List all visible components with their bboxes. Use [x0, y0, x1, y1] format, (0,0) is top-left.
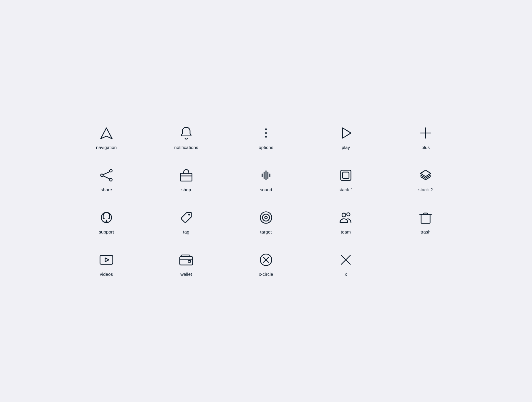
share-icon	[99, 168, 114, 183]
icon-item-plus: plus	[395, 125, 457, 150]
plus-label: plus	[421, 145, 430, 150]
plus-icon	[418, 125, 433, 141]
team-icon	[338, 210, 353, 225]
svg-marker-0	[101, 128, 112, 139]
icon-grid: navigation notifications options play	[58, 108, 474, 294]
videos-icon	[99, 252, 114, 268]
icon-item-tag: tag	[155, 210, 217, 234]
icon-item-wallet: wallet	[155, 252, 217, 277]
icon-item-play: play	[315, 125, 377, 150]
icon-item-videos: videos	[75, 252, 137, 277]
wallet-icon	[179, 252, 194, 268]
icon-item-share: share	[75, 168, 137, 192]
svg-point-27	[265, 216, 267, 219]
svg-line-11	[103, 176, 110, 179]
svg-point-28	[342, 213, 346, 217]
x-label: x	[345, 272, 347, 277]
notifications-label: notifications	[174, 145, 198, 150]
stack-2-icon	[418, 168, 433, 183]
shop-icon	[179, 168, 194, 183]
svg-marker-33	[105, 258, 109, 262]
tag-icon	[179, 210, 194, 225]
svg-rect-20	[343, 172, 349, 179]
svg-rect-35	[188, 260, 191, 262]
icon-item-notifications: notifications	[155, 125, 217, 150]
icon-item-shop: shop	[155, 168, 217, 192]
videos-label: videos	[100, 272, 113, 277]
icon-item-trash: trash	[395, 210, 457, 234]
icon-item-stack-1: stack-1	[315, 168, 377, 192]
icon-item-x-circle: x-circle	[235, 252, 297, 277]
target-icon	[258, 210, 274, 225]
svg-rect-12	[181, 174, 192, 181]
options-icon	[258, 125, 274, 141]
shop-label: shop	[181, 187, 191, 192]
icon-item-stack-2: stack-2	[395, 168, 457, 192]
stack-2-label: stack-2	[418, 187, 433, 192]
navigation-label: navigation	[96, 145, 117, 150]
trash-icon	[418, 210, 433, 225]
svg-point-1	[265, 128, 267, 130]
stack-1-label: stack-1	[338, 187, 353, 192]
svg-point-29	[347, 213, 350, 216]
wallet-label: wallet	[180, 272, 192, 277]
svg-point-26	[262, 214, 270, 221]
svg-rect-32	[100, 255, 113, 264]
x-circle-label: x-circle	[259, 272, 273, 277]
x-icon	[338, 252, 353, 268]
stack-1-icon	[338, 168, 353, 183]
notifications-icon	[179, 125, 194, 141]
sound-icon	[258, 168, 274, 183]
sound-label: sound	[260, 187, 272, 192]
tag-label: tag	[183, 229, 189, 234]
svg-point-25	[260, 212, 272, 223]
icon-item-target: target	[235, 210, 297, 234]
x-circle-icon	[258, 252, 274, 268]
svg-point-8	[101, 174, 103, 177]
svg-point-24	[188, 214, 190, 215]
icon-item-navigation: navigation	[75, 125, 137, 150]
icon-item-x: x	[315, 252, 377, 277]
options-label: options	[259, 145, 273, 150]
navigation-icon	[99, 125, 114, 141]
svg-point-3	[265, 136, 267, 137]
support-icon	[99, 210, 114, 225]
svg-marker-4	[343, 128, 351, 138]
team-label: team	[341, 229, 351, 234]
play-label: play	[342, 145, 350, 150]
svg-rect-30	[421, 214, 430, 223]
share-label: share	[101, 187, 112, 192]
play-icon	[338, 125, 353, 141]
svg-line-10	[103, 172, 110, 175]
support-label: support	[99, 229, 114, 234]
trash-label: trash	[421, 229, 431, 234]
icon-item-support: support	[75, 210, 137, 234]
svg-point-2	[265, 132, 267, 134]
icon-item-options: options	[235, 125, 297, 150]
icon-item-sound: sound	[235, 168, 297, 192]
target-label: target	[260, 229, 272, 234]
icon-item-team: team	[315, 210, 377, 234]
